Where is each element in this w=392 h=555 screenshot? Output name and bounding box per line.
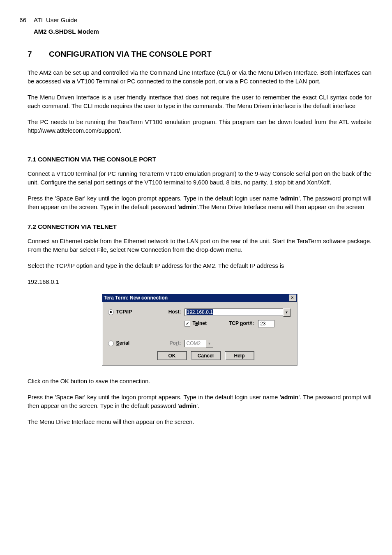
chapter-heading: 7 CONFIGURATION VIA THE CONSOLE PORT — [28, 48, 371, 60]
telnet-label: Telnet — [193, 320, 207, 327]
radio-serial-label: Serial — [116, 340, 130, 347]
paragraph: Press the 'Space Bar' key until the logo… — [28, 194, 371, 212]
section-heading-7-1: 7.1 CONNECTION VIA THE CONSOLE PORT — [28, 155, 371, 164]
paragraph: Select the TCP/IP option and type in the… — [28, 262, 371, 270]
paragraph: Press the 'Space Bar' key until the logo… — [28, 393, 371, 410]
chapter-title: CONFIGURATION VIA THE CONSOLE PORT — [49, 48, 212, 60]
host-label: Host: — [157, 309, 184, 315]
chapter-number: 7 — [28, 48, 49, 60]
paragraph: Connect a VT100 terminal (or PC running … — [28, 170, 371, 187]
serial-port-combo: COM2 ▼ — [184, 340, 213, 347]
doc-subtitle: AM2 G.SHDSL Modem — [34, 27, 371, 36]
ok-button[interactable]: OK — [157, 351, 187, 360]
cancel-button[interactable]: Cancel — [191, 351, 221, 360]
radio-serial[interactable] — [108, 341, 114, 346]
serial-port-value: COM2 — [184, 340, 206, 347]
help-button[interactable]: Help — [225, 351, 254, 360]
host-combo[interactable]: 192.168.0.1 ▼ — [184, 309, 291, 316]
radio-tcpip-label: TCP/IP — [116, 309, 132, 315]
host-dropdown-button[interactable]: ▼ — [283, 309, 291, 317]
paragraph: The Menu Driven Interface is a user frie… — [28, 93, 371, 111]
radio-tcpip[interactable] — [108, 309, 114, 315]
paragraph: The PC needs to be running the TeraTerm … — [28, 118, 371, 135]
serial-port-label: Port: — [157, 340, 184, 347]
dialog-title-bar: Tera Term: New connection × — [102, 294, 297, 302]
paragraph: The Menu Drive Interface menu will then … — [28, 418, 371, 426]
page-content: 7 CONFIGURATION VIA THE CONSOLE PORT The… — [28, 48, 371, 426]
tcp-port-input[interactable] — [258, 320, 274, 327]
serial-port-dropdown-button: ▼ — [206, 340, 213, 348]
default-ip: 192.168.0.1 — [28, 278, 371, 286]
page-number: 66 — [7, 16, 34, 25]
paragraph: The AM2 can be set-up and controlled via… — [28, 69, 371, 86]
section-heading-7-2: 7.2 CONNECTION VIA TELNET — [28, 222, 371, 231]
dialog-title: Tera Term: New connection — [104, 295, 168, 302]
telnet-checkbox[interactable]: ✓ — [184, 321, 190, 327]
page-header: 66 ATL User Guide — [7, 16, 371, 25]
paragraph: Click on the OK button to save the conne… — [28, 377, 371, 386]
close-button[interactable]: × — [289, 295, 296, 302]
paragraph: Connect an Ethernet cable from the Ether… — [28, 237, 371, 254]
doc-title: ATL User Guide — [34, 16, 77, 25]
teraterm-dialog: Tera Term: New connection × TCP/IP Host:… — [102, 294, 297, 366]
host-input[interactable]: 192.168.0.1 — [184, 309, 283, 316]
tcp-port-label: TCP port#: — [229, 320, 254, 327]
